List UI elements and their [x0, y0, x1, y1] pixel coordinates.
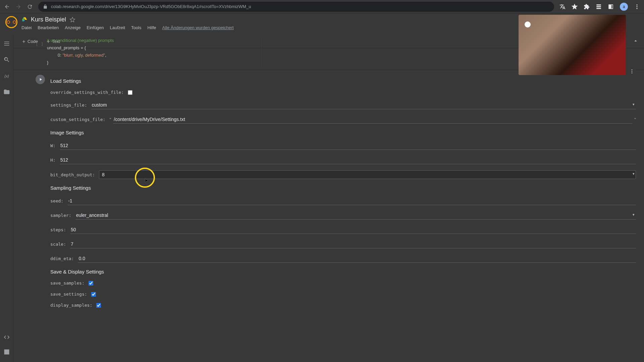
select-settings-file[interactable]: [91, 101, 636, 109]
label-settings-file: settings_file:: [50, 103, 87, 108]
label-custom-settings-file: custom_settings_file:: [50, 117, 105, 122]
label-bit-depth: bit_depth_output:: [50, 172, 95, 177]
menu-bearbeiten[interactable]: Bearbeiten: [38, 25, 59, 30]
checkbox-display-samples[interactable]: [96, 303, 101, 308]
webcam-badge-icon: [525, 21, 531, 27]
toc-icon[interactable]: [3, 40, 10, 47]
label-save-samples: save_samples:: [50, 281, 85, 286]
section-save-display: Save & Display Settings: [50, 269, 636, 275]
svg-text:{x}: {x}: [4, 74, 9, 78]
input-seed[interactable]: [67, 197, 636, 205]
kebab-menu-icon[interactable]: [634, 4, 640, 10]
label-ddim-eta: ddim_eta:: [50, 256, 74, 261]
row-seed: seed:: [50, 197, 636, 205]
sidepanel-icon[interactable]: [608, 4, 614, 10]
quote-open: ": [109, 117, 111, 122]
row-steps: steps:: [50, 226, 636, 234]
label-w: W:: [50, 143, 56, 148]
menu-hilfe[interactable]: Hilfe: [147, 25, 156, 30]
svg-point-6: [632, 73, 633, 74]
star-icon[interactable]: [572, 4, 578, 10]
exec-bracket: [ ]: [36, 42, 43, 47]
svg-point-4: [632, 69, 633, 70]
checkbox-override[interactable]: [128, 90, 132, 95]
row-bit-depth: bit_depth_output: ➤: [50, 170, 636, 179]
drive-icon: [21, 17, 28, 23]
row-save-settings: save_settings:: [50, 292, 636, 297]
code-editor[interactable]: # unconditional (negative) prompts uncon…: [34, 37, 262, 66]
svg-point-1: [637, 6, 638, 7]
input-custom-settings-file[interactable]: [113, 115, 632, 124]
label-save-settings: save_settings:: [50, 292, 87, 297]
code-snippets-icon[interactable]: [3, 334, 10, 341]
select-bit-depth[interactable]: [99, 170, 636, 179]
row-h: H:: [50, 156, 636, 164]
save-status[interactable]: Alle Änderungen wurden gespeichert: [162, 25, 233, 30]
label-sampler: sampler:: [50, 213, 71, 218]
terminal-icon[interactable]: [3, 349, 10, 355]
files-icon[interactable]: [3, 88, 10, 95]
section-image-settings: Image Settings: [50, 130, 636, 135]
label-h: H:: [50, 158, 56, 163]
menu-einfuegen[interactable]: Einfügen: [87, 25, 104, 30]
webcam-overlay: [519, 15, 626, 75]
row-ddim-eta: ddim_eta:: [50, 254, 636, 263]
input-scale[interactable]: [70, 240, 636, 248]
row-override-settings: override_settings_with_file:: [50, 90, 636, 95]
document-title[interactable]: Kurs Beispiel: [31, 16, 66, 23]
main-content: [ ] # unconditional (negative) prompts u…: [13, 35, 644, 362]
label-override: override_settings_with_file:: [50, 90, 124, 95]
row-w: W:: [50, 141, 636, 150]
checkbox-save-settings[interactable]: [91, 292, 96, 297]
menu-tools[interactable]: Tools: [131, 25, 141, 30]
section-sampling-settings: Sampling Settings: [50, 185, 636, 191]
label-seed: seed:: [50, 198, 63, 203]
browser-actions: a: [559, 3, 640, 11]
menu-anzeige[interactable]: Anzeige: [65, 25, 80, 30]
row-sampler: sampler:: [50, 211, 636, 220]
play-icon: [38, 77, 43, 82]
select-sampler[interactable]: [75, 211, 636, 220]
label-display-samples: display_samples:: [50, 303, 92, 308]
svg-point-2: [637, 8, 638, 9]
url-bar[interactable]: colab.research.google.com/drive/13G9KHyM…: [38, 2, 554, 12]
reload-icon[interactable]: [27, 4, 33, 10]
bookmark-bar-icon[interactable]: [596, 4, 602, 10]
input-w[interactable]: [60, 141, 636, 150]
translate-icon[interactable]: [559, 4, 566, 10]
svg-point-5: [632, 71, 633, 72]
row-save-samples: save_samples:: [50, 281, 636, 286]
lock-icon: [43, 4, 48, 9]
nav-buttons: [4, 4, 33, 10]
extensions-icon[interactable]: [584, 4, 590, 10]
star-document-icon[interactable]: [69, 17, 75, 23]
input-h[interactable]: [60, 156, 636, 164]
svg-point-0: [637, 4, 638, 5]
menu-laufzeit[interactable]: Laufzeit: [110, 25, 125, 30]
colab-logo[interactable]: [5, 16, 17, 28]
label-steps: steps:: [50, 227, 66, 232]
input-ddim-eta[interactable]: [78, 254, 636, 263]
url-text: colab.research.google.com/drive/13G9KHyM…: [51, 4, 251, 9]
quote-close: ": [634, 117, 636, 122]
variables-icon[interactable]: {x}: [3, 72, 10, 79]
row-settings-file: settings_file:: [50, 101, 636, 109]
browser-bar: colab.research.google.com/drive/13G9KHyM…: [0, 0, 644, 13]
more-icon[interactable]: [629, 69, 635, 74]
row-custom-settings-file: custom_settings_file: " ": [50, 115, 636, 124]
section-load-settings: Load Settings: [50, 78, 636, 84]
checkbox-save-samples[interactable]: [89, 281, 93, 286]
form-cell: Load Settings override_settings_with_fil…: [13, 70, 644, 320]
profile-avatar[interactable]: a: [620, 3, 628, 11]
row-scale: scale:: [50, 240, 636, 248]
forward-icon[interactable]: [15, 4, 21, 10]
row-display-samples: display_samples:: [50, 303, 636, 308]
back-icon[interactable]: [4, 4, 10, 10]
left-sidebar: {x}: [0, 35, 13, 362]
cursor-pointer-icon: ➤: [144, 178, 148, 183]
label-scale: scale:: [50, 242, 66, 247]
menu-datei[interactable]: Datei: [21, 25, 32, 30]
search-icon[interactable]: [3, 56, 10, 63]
input-steps[interactable]: [70, 226, 636, 234]
